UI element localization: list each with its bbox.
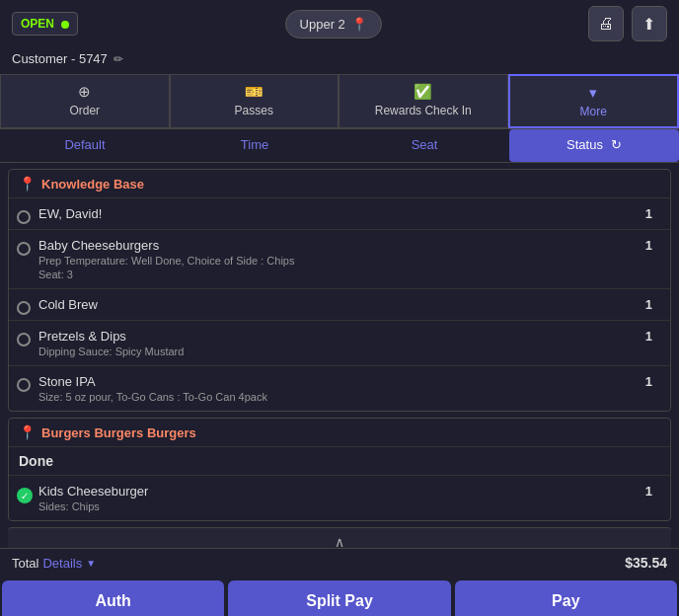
list-item: EW, David! 1 bbox=[9, 197, 670, 229]
pay-button[interactable]: Pay bbox=[455, 580, 677, 616]
item-name: Baby Cheeseburgers bbox=[38, 238, 159, 253]
subtab-seat[interactable]: Seat bbox=[340, 129, 509, 162]
footer-total-left: Total Details ▼ bbox=[12, 556, 96, 571]
open-badge: OPEN bbox=[12, 12, 78, 36]
section-knowledge-base-header: 📍 Knowledge Base bbox=[9, 170, 670, 197]
subtab-status[interactable]: Status ↻ bbox=[509, 129, 679, 162]
more-icon: ▾ bbox=[589, 84, 597, 102]
subtab-time[interactable]: Time bbox=[170, 129, 340, 162]
item-radio[interactable] bbox=[17, 333, 31, 346]
tab-order[interactable]: ⊕ Order bbox=[0, 74, 170, 128]
item-radio[interactable] bbox=[17, 210, 31, 224]
content-area: 📍 Knowledge Base EW, David! 1 Baby Chees… bbox=[0, 163, 679, 548]
header-actions: 🖨 ⬆ bbox=[588, 6, 667, 41]
subtab-default-label: Default bbox=[64, 137, 105, 152]
chevron-up-icon: ∧ bbox=[335, 534, 344, 549]
list-item: Cold Brew 1 bbox=[9, 288, 670, 320]
item-name: EW, David! bbox=[38, 206, 102, 221]
item-desc: Dipping Sauce: Spicy Mustard bbox=[38, 346, 660, 357]
section-knowledge-base: 📍 Knowledge Base EW, David! 1 Baby Chees… bbox=[8, 169, 671, 412]
footer-total: Total Details ▼ $35.54 bbox=[0, 548, 679, 577]
nav-tabs: ⊕ Order 🎫 Passes ✅ Rewards Check In ▾ Mo… bbox=[0, 74, 679, 129]
item-qty: 1 bbox=[645, 297, 652, 312]
collapse-bar[interactable]: ∧ bbox=[8, 527, 671, 548]
header: OPEN Upper 2 📍 🖨 ⬆ bbox=[0, 0, 679, 47]
item-desc: Size: 5 oz pour, To-Go Cans : To-Go Can … bbox=[38, 391, 660, 403]
item-radio[interactable] bbox=[17, 242, 31, 256]
edit-icon[interactable]: ✏ bbox=[113, 52, 123, 66]
subtab-seat-label: Seat bbox=[412, 137, 438, 152]
tab-more[interactable]: ▾ More bbox=[508, 74, 680, 128]
action-buttons: Auth Split Pay Pay bbox=[0, 577, 679, 616]
subtab-time-label: Time bbox=[241, 137, 268, 152]
total-label: Total bbox=[12, 556, 38, 571]
refresh-icon: ↻ bbox=[611, 137, 622, 152]
location-label: Upper 2 bbox=[300, 17, 345, 32]
item-qty: 1 bbox=[645, 238, 652, 253]
item-qty: 1 bbox=[645, 329, 652, 344]
pin-icon: 📍 bbox=[19, 424, 36, 440]
share-icon: ⬆ bbox=[642, 15, 655, 34]
section-burgers: 📍 Burgers Burgers Burgers Done ✓ Kids Ch… bbox=[8, 418, 671, 521]
passes-icon: 🎫 bbox=[245, 83, 264, 101]
item-qty: 1 bbox=[645, 206, 652, 221]
item-check-icon: ✓ bbox=[17, 488, 33, 503]
list-item: Stone IPA 1 Size: 5 oz pour, To-Go Cans … bbox=[9, 365, 670, 411]
list-item: Pretzels & Dips 1 Dipping Sauce: Spicy M… bbox=[9, 320, 670, 365]
done-label: Done bbox=[9, 446, 670, 475]
item-desc: Prep Temperature: Well Done, Choice of S… bbox=[38, 255, 660, 267]
location-pin-icon: 📍 bbox=[351, 17, 367, 32]
print-icon: 🖨 bbox=[598, 15, 614, 33]
customer-row: Customer - 5747 ✏ bbox=[0, 47, 679, 74]
auth-button[interactable]: Auth bbox=[2, 580, 224, 616]
list-item: ✓ Kids Cheeseburger 1 Sides: Chips bbox=[9, 475, 670, 520]
item-name: Kids Cheeseburger bbox=[38, 484, 148, 499]
section-knowledge-base-title: Knowledge Base bbox=[41, 177, 144, 192]
item-name: Cold Brew bbox=[38, 297, 98, 312]
tab-order-label: Order bbox=[69, 104, 100, 117]
item-desc: Sides: Chips bbox=[38, 500, 660, 512]
order-icon: ⊕ bbox=[78, 83, 91, 101]
section-burgers-header: 📍 Burgers Burgers Burgers bbox=[9, 419, 670, 446]
share-button[interactable]: ⬆ bbox=[632, 6, 667, 41]
list-item: Baby Cheeseburgers 1 Prep Temperature: W… bbox=[9, 229, 670, 288]
section-burgers-title: Burgers Burgers Burgers bbox=[41, 425, 196, 440]
item-qty: 1 bbox=[645, 374, 652, 389]
subtab-default[interactable]: Default bbox=[0, 129, 170, 162]
open-label: OPEN bbox=[21, 17, 54, 31]
item-name: Stone IPA bbox=[38, 374, 96, 389]
item-radio[interactable] bbox=[17, 301, 31, 315]
tab-rewards-label: Rewards Check In bbox=[375, 104, 472, 117]
total-amount: $35.54 bbox=[625, 555, 667, 571]
item-radio[interactable] bbox=[17, 378, 31, 392]
tab-more-label: More bbox=[580, 105, 607, 118]
item-name: Pretzels & Dips bbox=[38, 329, 126, 344]
sub-tabs: Default Time Seat Status ↻ bbox=[0, 129, 679, 163]
subtab-status-label: Status bbox=[566, 137, 603, 152]
rewards-icon: ✅ bbox=[414, 83, 432, 101]
customer-label: Customer - 5747 bbox=[12, 51, 108, 66]
chevron-down-icon: ▼ bbox=[86, 558, 96, 569]
tab-passes[interactable]: 🎫 Passes bbox=[170, 74, 340, 128]
split-pay-button[interactable]: Split Pay bbox=[228, 580, 450, 616]
print-button[interactable]: 🖨 bbox=[588, 6, 624, 41]
details-link[interactable]: Details bbox=[42, 556, 82, 571]
pin-icon: 📍 bbox=[19, 176, 36, 192]
tab-passes-label: Passes bbox=[235, 104, 273, 117]
item-seat: Seat: 3 bbox=[38, 269, 660, 280]
tab-rewards[interactable]: ✅ Rewards Check In bbox=[339, 74, 508, 128]
item-qty: 1 bbox=[645, 484, 652, 499]
location-pill[interactable]: Upper 2 📍 bbox=[285, 10, 382, 38]
